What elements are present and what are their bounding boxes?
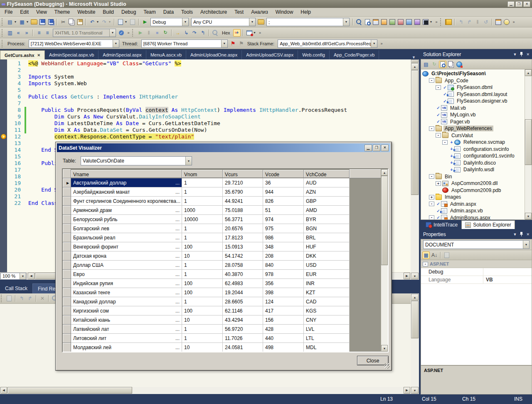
vcurs-cell[interactable]: 11.7026 <box>223 334 263 343</box>
code-line[interactable]: 11 Dim X As Data.DataSet = Curs.GetCursO… <box>7 127 411 133</box>
menu-item[interactable]: Tools <box>177 8 197 16</box>
add-control-icon[interactable]: ▦ <box>18 18 26 26</box>
menu-item[interactable]: Window <box>272 8 297 16</box>
toolbar-grip[interactable] <box>2 18 4 26</box>
tree-item[interactable]: configuration.svcinfo <box>421 146 525 153</box>
vname-cell[interactable]: Индийская рупия <box>71 279 182 288</box>
vnom-cell[interactable]: 1 <box>182 261 223 270</box>
vchcode-cell[interactable]: USD <box>304 261 350 270</box>
vchcode-cell[interactable]: LVL <box>304 325 350 334</box>
target-schema-combo[interactable]: XHTML 1.0 Transitional▼ <box>53 29 116 37</box>
outdent-icon[interactable]: « <box>15 29 22 37</box>
nest-related-files-icon[interactable] <box>439 61 446 68</box>
undo-icon[interactable]: ↶ <box>89 18 96 26</box>
vnom-cell[interactable]: 1 <box>182 297 223 306</box>
separator[interactable] <box>440 252 441 259</box>
code-line[interactable]: 10 Dim LatestDateTime As Date = Curs.Get… <box>7 120 411 127</box>
vnom-cell[interactable]: 1 <box>182 334 223 343</box>
scroll-left-icon[interactable]: ◀ <box>0 387 7 394</box>
grid-column-header[interactable]: Vname <box>71 170 182 178</box>
vnom-cell[interactable]: 100 <box>182 242 223 251</box>
separator[interactable] <box>454 19 455 25</box>
code-line[interactable]: 2 <box>7 67 411 74</box>
intellitrace-icon[interactable] <box>445 18 452 26</box>
menu-item[interactable]: Architecture <box>197 8 231 16</box>
open-file-icon[interactable] <box>30 18 38 26</box>
menu-item[interactable]: Website <box>74 8 99 16</box>
vcurs-cell[interactable]: 75.0188 <box>223 206 263 215</box>
toolbar-grip[interactable] <box>132 29 135 37</box>
auto-hide-pin-icon[interactable] <box>520 52 523 57</box>
scrollbar-thumb[interactable] <box>525 119 532 165</box>
stack-frame-combo[interactable]: App_Web_ikb0mt0d.dll!GetCurs.ProcessRequ… <box>278 39 377 48</box>
resize-grip[interactable] <box>384 363 390 369</box>
tree-expander-icon[interactable] <box>429 126 434 131</box>
grid-row[interactable]: Датская крона 10 54.1742 208 DKK <box>63 251 381 261</box>
step-out-icon[interactable]: ↰ <box>199 29 207 37</box>
vcode-cell[interactable]: 440 <box>263 334 304 343</box>
aspnet-configuration-icon[interactable] <box>456 61 463 68</box>
row-selector-cell[interactable] <box>63 187 71 197</box>
vcurs-cell[interactable]: 15.0913 <box>223 242 263 251</box>
document-list-chevron-icon[interactable]: ▼ <box>409 55 419 59</box>
vcurs-cell[interactable]: 54.1742 <box>223 251 263 261</box>
menu-item[interactable]: Анализ <box>247 8 272 16</box>
grid-row[interactable]: Венгерский форинт 100 15.0913 348 HUF <box>63 242 381 251</box>
bookmark-list-icon[interactable]: ≡ <box>35 29 43 37</box>
watch-icon[interactable] <box>212 29 219 37</box>
scroll-right-icon[interactable]: ▶ <box>404 387 410 394</box>
events-pause-icon[interactable]: ‖ <box>474 18 481 26</box>
tree-item[interactable]: Pager.vb <box>421 118 525 126</box>
tree-item[interactable]: G:\Projects\FlySeason\ <box>421 70 525 77</box>
goto-source-icon[interactable] <box>5 295 13 302</box>
separator[interactable] <box>36 295 37 302</box>
vcode-cell[interactable]: 944 <box>263 187 304 197</box>
grid-column-header[interactable]: Vcurs <box>223 170 263 178</box>
start-debugging-icon[interactable]: ▶ <box>141 18 149 26</box>
row-selector-cell[interactable] <box>63 206 71 215</box>
redo-icon[interactable]: ↷ <box>101 18 108 26</box>
document-tab[interactable]: GetCurs.ashx ✕ <box>0 50 45 59</box>
pane-horizontal-scrollbar[interactable]: ◀ ▶ <box>0 387 411 394</box>
row-selector-cell[interactable] <box>63 288 71 297</box>
save-icon[interactable] <box>39 18 46 26</box>
find-combo[interactable]: ;▼ <box>266 18 350 26</box>
continue-icon[interactable]: ▶ <box>137 29 144 37</box>
zoom-combo[interactable]: 100 %▼ <box>0 273 26 280</box>
dropdown-arrow-icon[interactable]: ▼ <box>108 18 112 26</box>
process-combo[interactable]: [7212] WebDev.WebServer40.EXE▼ <box>29 39 119 48</box>
vnom-cell[interactable]: 1 <box>182 224 223 233</box>
grid-row[interactable]: Фунт стерлингов Соединенного королевства… <box>63 197 381 206</box>
sidebar-tab[interactable]: IntelliTrace <box>422 220 461 229</box>
separator[interactable] <box>138 19 139 25</box>
grid-row[interactable]: Молдавский лей 10 24.0581 498 MDL <box>63 343 381 352</box>
tree-item[interactable]: FlySeason.dbml <box>421 84 525 91</box>
toolbox-icon[interactable] <box>397 18 404 26</box>
vcode-cell[interactable]: 208 <box>263 251 304 261</box>
table-selector-combo[interactable]: ValuteCursOnDate ▼ <box>81 156 192 165</box>
toolbar-overflow-icon[interactable]: » <box>511 18 516 26</box>
vchcode-cell[interactable]: CAD <box>304 297 350 306</box>
grid-row[interactable]: Австралийский доллар 1 29.7210 36 AUD <box>63 178 381 187</box>
start-page-icon[interactable] <box>405 18 413 26</box>
chevron-down-icon[interactable]: ▼ <box>113 40 119 47</box>
show-next-statement-icon[interactable]: → <box>174 29 182 37</box>
code-line[interactable]: 8 Public Sub ProcessRequest(ByVal contex… <box>7 107 411 113</box>
object-selector-combo[interactable]: DOCUMENT ▼ <box>423 240 530 249</box>
vname-cell[interactable]: Азербайджанский манат <box>71 187 182 197</box>
tree-item[interactable]: AspCommon2009.dll <box>421 180 525 187</box>
maximize-icon[interactable]: ❐ <box>515 1 522 7</box>
maximize-icon[interactable]: ❐ <box>373 145 380 151</box>
vcurs-cell[interactable]: 28.0758 <box>223 261 263 270</box>
scroll-left-icon[interactable]: ◀ <box>28 273 34 279</box>
events-step-back-icon[interactable]: ↰ <box>457 18 465 26</box>
properties-window-icon[interactable] <box>389 18 396 26</box>
vname-cell[interactable]: Белорусский рубль <box>71 215 182 224</box>
tree-item[interactable]: DailyInfo.disco <box>421 160 525 167</box>
grid-vertical-scrollbar[interactable]: ▲ ▼ <box>381 169 388 352</box>
vname-cell[interactable]: Канадский доллар <box>71 297 182 306</box>
breakpoint-gutter[interactable] <box>0 59 7 272</box>
auto-hide-pin-icon[interactable] <box>520 232 523 237</box>
view-in-browser-icon[interactable] <box>117 18 124 26</box>
grid-row[interactable]: Китайский юань 10 43.4294 156 CNY <box>63 315 381 325</box>
